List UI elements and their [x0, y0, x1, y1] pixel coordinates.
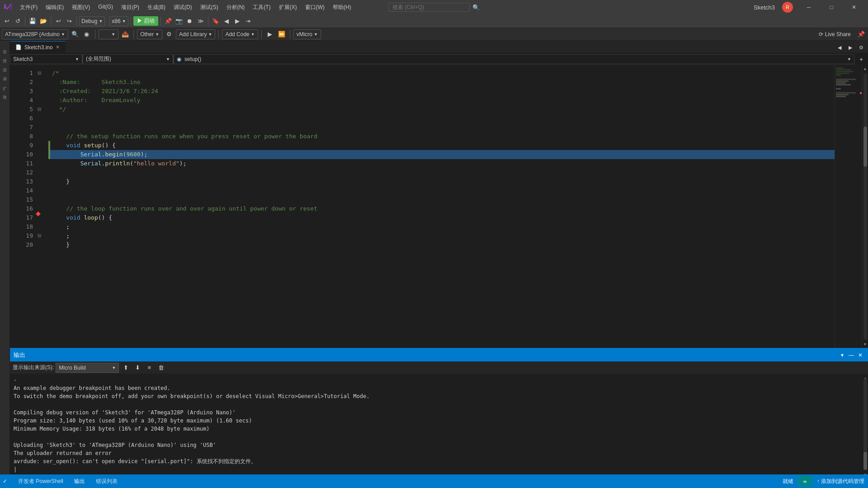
- code-area[interactable]: /* :Name: Sketch3.ino :Created: 2021/3/6…: [48, 65, 835, 348]
- output-wrap-btn[interactable]: ≡: [144, 363, 154, 373]
- modified-marker: [48, 141, 50, 159]
- menu-tools[interactable]: 工具(T): [249, 2, 274, 13]
- toolbar-bookmark-btn[interactable]: 🔖: [211, 16, 221, 27]
- toolbar-snapshot-btn[interactable]: 📷: [174, 16, 184, 27]
- toolbar-save-btn[interactable]: 💾: [28, 16, 38, 27]
- menu-project[interactable]: 项目(P): [118, 2, 143, 13]
- side-debug-icon[interactable]: 调: [1, 70, 9, 78]
- menu-file[interactable]: 文件(F): [16, 2, 41, 13]
- live-share-icon: ⟳: [819, 31, 823, 38]
- toolbar-back-btn[interactable]: ↩: [2, 16, 12, 27]
- output-toolbar: 显示输出来源(S): Micro Build ▼ ⬆ ⬇ ≡ 🗑: [10, 361, 868, 374]
- side-explorer-icon[interactable]: 资: [1, 42, 9, 51]
- editor-scrollbar[interactable]: ▲ ▼: [862, 65, 868, 348]
- gutter: ⊟ ⊟: [35, 65, 48, 348]
- output-content: - An example debugger breakpoint has bee…: [10, 374, 868, 474]
- output-scrollbar[interactable]: ▲ ▼: [863, 374, 868, 474]
- start-button[interactable]: ▶ 启动: [133, 16, 158, 26]
- menu-git[interactable]: Git(G): [94, 2, 117, 13]
- scroll-track[interactable]: [863, 73, 867, 340]
- menu-view[interactable]: 视图(V): [68, 2, 94, 13]
- toolbar-nav-btn3[interactable]: ⇥: [243, 16, 253, 27]
- menu-help[interactable]: 帮助(H): [329, 2, 355, 13]
- tab-scroll-left[interactable]: ◀: [835, 42, 844, 53]
- live-share-button[interactable]: ⟳ Live Share: [815, 30, 854, 38]
- platform-dropdown[interactable]: x86 ▼: [109, 16, 128, 26]
- scroll-down-icon[interactable]: ▼: [863, 342, 868, 347]
- menu-build[interactable]: 生成(B): [144, 2, 169, 13]
- menu-edit[interactable]: 编辑(E): [42, 2, 67, 13]
- bottom-tab-powershell[interactable]: 开发者 PowerShell: [14, 476, 68, 487]
- tab-scroll-right[interactable]: ▶: [845, 42, 855, 53]
- global-scope-dropdown[interactable]: (全局范围) ▼: [83, 54, 173, 64]
- toolbar-open-btn[interactable]: 📂: [38, 16, 48, 27]
- toolbar-redo2-btn[interactable]: ↪: [64, 16, 74, 27]
- code-line-20: }: [48, 240, 835, 249]
- output-scroll-thumb: [863, 452, 867, 470]
- status-ready-icon: ✓: [3, 478, 7, 484]
- toolbar2: ↩ ↺ 💾 📂 ↩ ↪ Debug ▼ x86 ▼ ▶ 启动 📌 📷 ⏺ ≫ 🔖…: [0, 14, 868, 28]
- toolbar3-upload-icon[interactable]: 📤: [120, 29, 130, 40]
- bottom-tab-output[interactable]: 输出: [70, 476, 90, 487]
- output-scroll-down[interactable]: ▼: [863, 471, 867, 474]
- toolbar3-pin-icon[interactable]: 📌: [856, 29, 866, 40]
- output-clear-btn[interactable]: 🗑: [156, 363, 166, 373]
- minimize-button[interactable]: ─: [798, 0, 819, 14]
- tab-close-icon[interactable]: ✕: [56, 44, 60, 50]
- code-line-15: [48, 195, 835, 204]
- maximize-button[interactable]: □: [821, 0, 842, 14]
- add-library-dropdown[interactable]: Add Library ▼: [176, 29, 215, 39]
- file-scope-dropdown[interactable]: Sketch3 ▼: [10, 54, 82, 64]
- menu-extend[interactable]: 扩展(X): [275, 2, 301, 13]
- search-icon[interactable]: 🔍: [472, 4, 480, 11]
- et-add-icon[interactable]: +: [856, 54, 866, 65]
- vmicro-dropdown[interactable]: vMicro ▼: [293, 29, 321, 39]
- toolbar3-settings-icon[interactable]: ⚙: [164, 29, 174, 40]
- add-code-dropdown[interactable]: Add Code ▼: [222, 29, 258, 39]
- output-float-btn[interactable]: ▾: [838, 351, 846, 359]
- code-line-19: ;: [48, 231, 835, 240]
- global-search-input[interactable]: [388, 3, 470, 12]
- add-to-source-control[interactable]: ↑ 添加到源代码管理: [817, 478, 864, 485]
- debug-config-dropdown[interactable]: Debug ▼: [79, 16, 105, 26]
- side-vm-icon[interactable]: 微: [1, 88, 9, 96]
- menu-test[interactable]: 测试(S): [197, 2, 222, 13]
- output-down-btn[interactable]: ⬇: [132, 363, 142, 373]
- toolbar-record-btn[interactable]: ⏺: [185, 16, 195, 27]
- menu-analyze[interactable]: 分析(N): [223, 2, 249, 13]
- toolbar-nav-btn1[interactable]: ◀: [222, 16, 231, 27]
- output-scroll-track[interactable]: [863, 379, 867, 470]
- side-git-icon[interactable]: 源: [1, 61, 9, 69]
- other-dropdown[interactable]: ▶ 启动 Other ▼: [137, 29, 162, 39]
- toolbar-undo-btn[interactable]: ↺: [13, 16, 23, 27]
- toolbar3-search2-btn[interactable]: ◉: [82, 29, 92, 40]
- close-button[interactable]: ✕: [844, 0, 864, 14]
- output-up-btn[interactable]: ⬆: [121, 363, 131, 373]
- output-close-btn[interactable]: ✕: [856, 351, 864, 359]
- side-ext-icon[interactable]: 扩: [1, 79, 9, 87]
- output-scroll-up[interactable]: ▲: [863, 374, 867, 378]
- function-dropdown[interactable]: ◉ setup() ▼: [174, 54, 854, 64]
- output-line-3: Compiling debug version of 'Sketch3' for…: [14, 408, 864, 417]
- tab-settings-icon[interactable]: ⚙: [856, 42, 866, 53]
- side-search-icon[interactable]: 搜: [1, 52, 9, 60]
- scroll-up-icon[interactable]: ▲: [863, 66, 868, 71]
- toolbar-nav-btn2[interactable]: ▶: [232, 16, 242, 27]
- code-section: 1 2 3 4 5 6 7 8 9 10 11 12 13 14 15 16 1: [10, 65, 868, 348]
- code-container: 1 2 3 4 5 6 7 8 9 10 11 12 13 14 15 16 1: [10, 65, 868, 348]
- toolbar-attach-btn[interactable]: 📌: [163, 16, 173, 27]
- bottom-tab-errors[interactable]: 错误列表: [91, 476, 122, 487]
- editor-tab-sketch3[interactable]: 📄 Sketch3.ino ✕: [10, 41, 66, 53]
- output-source-dropdown[interactable]: Micro Build ▼: [56, 363, 119, 373]
- toolbar3-play2-icon[interactable]: ⏩: [277, 29, 287, 40]
- menu-window[interactable]: 窗口(W): [302, 2, 328, 13]
- toolbar-more-btn[interactable]: ≫: [196, 16, 206, 27]
- menu-debug[interactable]: 调试(D): [170, 2, 196, 13]
- output-minimize-btn[interactable]: —: [847, 351, 855, 359]
- toolbar3-search-btn[interactable]: 🔍: [70, 29, 80, 40]
- port-dropdown[interactable]: ▼: [99, 29, 118, 39]
- output-line-5: Minimum Memory Usage: 318 bytes (16% of …: [14, 425, 864, 433]
- toolbar-undo2-btn[interactable]: ↩: [53, 16, 63, 27]
- board-dropdown[interactable]: ATmega328P (Arduino ▼: [2, 29, 68, 39]
- toolbar3-play-icon[interactable]: ▶: [265, 29, 275, 40]
